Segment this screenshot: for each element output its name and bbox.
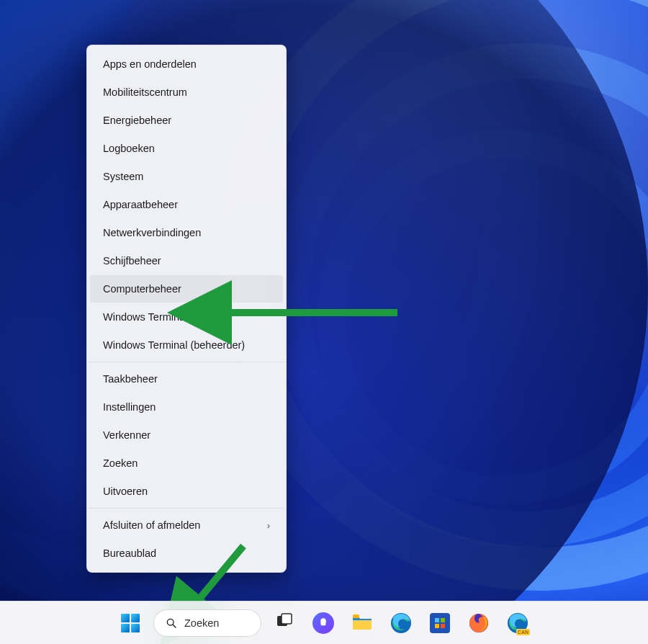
- taskbar-search[interactable]: Zoeken: [153, 609, 261, 637]
- windows-logo-icon: [121, 614, 140, 632]
- menu-item-windows-terminal[interactable]: Windows Terminal: [90, 303, 283, 331]
- svg-rect-13: [435, 624, 439, 628]
- menu-item-label: Verkenner: [103, 429, 150, 441]
- menu-item-search[interactable]: Zoeken: [90, 450, 283, 477]
- edge-canary-icon: CAN: [507, 612, 528, 634]
- folder-icon: [351, 612, 373, 634]
- svg-rect-11: [435, 618, 439, 622]
- menu-item-label: Mobiliteitscentrum: [103, 86, 187, 98]
- menu-item-label: Netwerkverbindingen: [103, 227, 201, 238]
- menu-item-settings[interactable]: Instellingen: [90, 393, 283, 421]
- menu-item-label: Taakbeheer: [103, 373, 158, 385]
- menu-item-label: Afsluiten of afmelden: [103, 519, 200, 531]
- menu-item-network-connections[interactable]: Netwerkverbindingen: [90, 219, 283, 246]
- menu-item-device-manager[interactable]: Apparaatbeheer: [90, 191, 283, 218]
- menu-item-label: Systeem: [103, 171, 143, 182]
- chevron-right-icon: ›: [267, 520, 270, 531]
- menu-item-shutdown-signout[interactable]: Afsluiten of afmelden ›: [90, 511, 283, 539]
- task-view-button[interactable]: [269, 607, 300, 639]
- menu-item-computer-management[interactable]: Computerbeheer: [90, 275, 283, 303]
- edge-icon: [390, 612, 412, 634]
- menu-separator: [89, 362, 284, 362]
- menu-item-label: Zoeken: [103, 457, 138, 469]
- svg-rect-14: [441, 624, 445, 628]
- menu-item-event-viewer[interactable]: Logboeken: [90, 135, 283, 162]
- firefox-icon: [468, 612, 490, 634]
- taskbar: Zoeken: [0, 601, 648, 644]
- firefox-button[interactable]: [463, 607, 495, 639]
- menu-item-task-manager[interactable]: Taakbeheer: [90, 365, 283, 393]
- menu-item-label: Apps en onderdelen: [103, 58, 197, 70]
- menu-item-label: Energiebeheer: [103, 115, 171, 126]
- menu-item-label: Windows Terminal: [103, 311, 187, 323]
- menu-item-run[interactable]: Uitvoeren: [90, 478, 283, 505]
- menu-item-label: Logboeken: [103, 143, 155, 154]
- chat-button[interactable]: [307, 607, 339, 639]
- menu-item-disk-management[interactable]: Schijfbeheer: [90, 247, 283, 274]
- menu-separator: [89, 508, 284, 509]
- start-button[interactable]: [114, 607, 146, 639]
- menu-item-label: Apparaatbeheer: [103, 199, 178, 210]
- menu-item-windows-terminal-admin[interactable]: Windows Terminal (beheerder): [90, 331, 283, 359]
- microsoft-store-button[interactable]: [424, 607, 456, 639]
- svg-rect-9: [353, 614, 359, 618]
- menu-item-label: Computerbeheer: [103, 283, 181, 295]
- winx-context-menu: Apps en onderdelen Mobiliteitscentrum En…: [86, 45, 287, 573]
- menu-item-file-explorer[interactable]: Verkenner: [90, 421, 283, 449]
- file-explorer-button[interactable]: [346, 607, 378, 639]
- menu-item-label: Instellingen: [103, 401, 156, 413]
- edge-canary-button[interactable]: CAN: [502, 607, 534, 639]
- menu-item-label: Schijfbeheer: [103, 255, 161, 267]
- menu-item-power-options[interactable]: Energiebeheer: [90, 107, 283, 134]
- taskbar-search-placeholder: Zoeken: [184, 617, 219, 629]
- chat-icon: [312, 612, 334, 634]
- svg-rect-5: [282, 614, 292, 624]
- menu-item-apps-features[interactable]: Apps en onderdelen: [90, 50, 283, 78]
- menu-item-label: Windows Terminal (beheerder): [103, 339, 245, 351]
- menu-item-system[interactable]: Systeem: [90, 163, 283, 190]
- svg-line-3: [173, 625, 176, 627]
- menu-item-mobility-center[interactable]: Mobiliteitscentrum: [90, 79, 283, 106]
- menu-item-label: Uitvoeren: [103, 486, 148, 497]
- edge-button[interactable]: [385, 607, 417, 639]
- svg-rect-12: [441, 618, 445, 622]
- store-icon: [430, 613, 450, 633]
- task-view-icon: [275, 612, 294, 634]
- menu-item-desktop[interactable]: Bureaublad: [90, 540, 283, 567]
- search-icon: [166, 617, 177, 629]
- menu-item-label: Bureaublad: [103, 547, 156, 559]
